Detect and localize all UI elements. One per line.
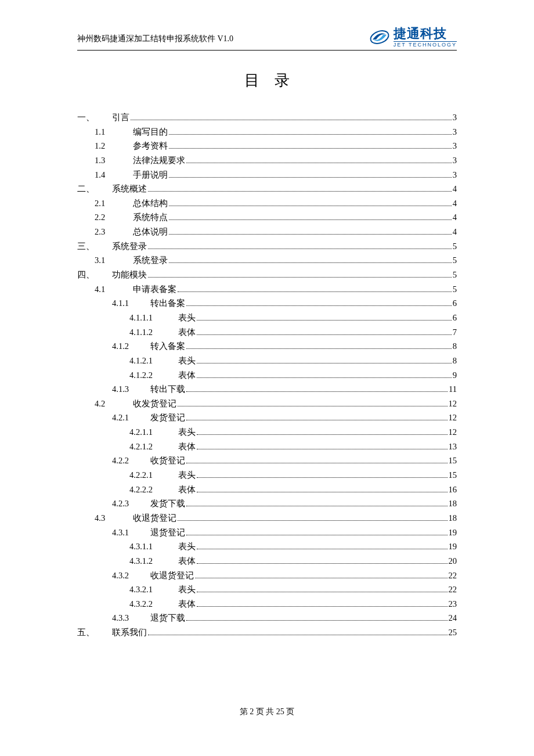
toc-entry[interactable]: 4.3.2收退货登记22 (77, 568, 457, 583)
toc-entry-label: 系统登录 (133, 253, 168, 268)
toc-entry-label: 功能模块 (112, 268, 147, 282)
toc-entry[interactable]: 4.1.2.1表头8 (77, 354, 457, 368)
page-header: 神州数码捷通深加工结转申报系统软件 V1.0 捷通科技 JET TECHNOLO… (77, 0, 457, 48)
toc-entry[interactable]: 2.1总体结构4 (77, 196, 457, 211)
toc-entry[interactable]: 四、功能模块5 (77, 268, 457, 282)
toc-entry-label: 收退货登记 (150, 568, 194, 583)
toc-entry[interactable]: 4.2.1.2表体13 (77, 440, 457, 454)
toc-entry[interactable]: 4.2.1.1表头12 (77, 425, 457, 440)
toc-entry-page: 22 (449, 582, 457, 597)
toc-entry[interactable]: 3.1系统登录5 (77, 253, 457, 268)
logo-text: 捷通科技 JET TECHNOLOGY (394, 27, 457, 48)
toc-entry-page: 15 (449, 453, 457, 468)
toc-entry-page: 3 (453, 168, 457, 182)
toc-entry[interactable]: 4.3.2.2表体23 (77, 597, 457, 611)
toc-entry-page: 5 (453, 268, 457, 282)
toc-leader-dots (186, 163, 452, 163)
toc-entry-label: 表头 (178, 539, 196, 554)
toc-entry-page: 12 (449, 425, 457, 440)
toc-entry[interactable]: 1.1编写目的3 (77, 125, 457, 139)
toc-entry[interactable]: 五、联系我们25 (77, 625, 457, 640)
toc-entry[interactable]: 4.2.1发货登记12 (77, 411, 457, 425)
toc-entry-page: 3 (453, 125, 457, 139)
toc-entry[interactable]: 4.3.2.1表头22 (77, 582, 457, 597)
toc-entry-label: 退货下载 (150, 611, 185, 625)
page-footer: 第 2 页 共 25 页 (0, 707, 534, 717)
toc-entry-number: 2.1 (95, 196, 133, 211)
toc-leader-dots (178, 520, 448, 521)
toc-entry-page: 20 (449, 554, 457, 568)
toc-entry[interactable]: 三、系统登录5 (77, 239, 457, 254)
toc-leader-dots (186, 506, 448, 506)
toc-entry-label: 表体 (178, 597, 196, 611)
toc-entry-label: 收退货登记 (133, 511, 176, 525)
toc-leader-dots (178, 406, 448, 406)
toc-entry-page: 23 (449, 597, 457, 611)
toc-entry-number: 一、 (77, 110, 112, 125)
toc-leader-dots (186, 391, 448, 392)
company-logo: 捷通科技 JET TECHNOLOGY (369, 27, 457, 48)
toc-leader-dots (169, 219, 452, 220)
toc-entry-label: 表体 (178, 368, 196, 383)
toc-entry-label: 表头 (178, 468, 196, 483)
toc-entry-page: 24 (449, 611, 457, 625)
toc-entry[interactable]: 4.2收发货登记12 (77, 397, 457, 411)
toc-entry-label: 转入备案 (150, 339, 185, 354)
toc-entry[interactable]: 4.3.1.2表体20 (77, 554, 457, 568)
toc-entry-label: 引言 (112, 110, 129, 125)
toc-entry-page: 12 (449, 411, 457, 425)
toc-leader-dots (169, 234, 452, 235)
toc-entry[interactable]: 4.3.1.1表头19 (77, 539, 457, 554)
toc-entry[interactable]: 4.1.2转入备案8 (77, 339, 457, 354)
toc-entry[interactable]: 1.4手册说明3 (77, 168, 457, 182)
toc-leader-dots (148, 635, 448, 635)
toc-leader-dots (197, 363, 452, 363)
toc-entry[interactable]: 二、系统概述4 (77, 182, 457, 196)
toc-entry-page: 5 (453, 239, 457, 254)
toc-entry-page: 8 (453, 354, 457, 368)
toc-entry[interactable]: 4.2.2.2表体16 (77, 483, 457, 497)
toc-entry[interactable]: 1.2参考资料3 (77, 139, 457, 153)
toc-entry-number: 4.3 (95, 511, 133, 525)
toc-entry-label: 发货下载 (150, 496, 185, 511)
toc-entry[interactable]: 2.2系统特点4 (77, 210, 457, 225)
toc-entry[interactable]: 2.3总体说明4 (77, 225, 457, 239)
toc-leader-dots (169, 148, 452, 149)
toc-entry-label: 表体 (178, 440, 196, 454)
toc-entry-label: 手册说明 (133, 168, 168, 182)
toc-entry-label: 表头 (178, 354, 196, 368)
toc-entry-number: 4.2 (95, 397, 133, 411)
toc-entry-page: 19 (449, 525, 457, 540)
toc-entry-number: 4.1.1.1 (129, 311, 178, 325)
logo-swirl-icon (369, 27, 390, 48)
toc-entry-number: 1.1 (95, 125, 133, 139)
toc-entry[interactable]: 4.1申请表备案5 (77, 282, 457, 297)
toc-entry[interactable]: 4.3收退货登记18 (77, 511, 457, 525)
toc-entry[interactable]: 4.3.3退货下载24 (77, 611, 457, 625)
toc-leader-dots (197, 563, 448, 564)
page-content: 神州数码捷通深加工结转申报系统软件 V1.0 捷通科技 JET TECHNOLO… (77, 0, 457, 640)
toc-entry-number: 4.3.2.2 (129, 597, 178, 611)
toc-entry-label: 总体说明 (133, 225, 168, 239)
toc-entry-page: 4 (453, 210, 457, 225)
toc-entry[interactable]: 1.3法律法规要求3 (77, 153, 457, 168)
toc-entry[interactable]: 4.2.2收货登记15 (77, 453, 457, 468)
toc-entry[interactable]: 4.1.1转出备案6 (77, 296, 457, 311)
toc-entry[interactable]: 4.1.3转出下载11 (77, 382, 457, 397)
toc-entry[interactable]: 4.3.1退货登记19 (77, 525, 457, 540)
toc-entry[interactable]: 4.1.2.2表体9 (77, 368, 457, 383)
toc-entry-label: 表体 (178, 483, 196, 497)
toc-leader-dots (169, 134, 452, 135)
toc-entry-page: 3 (453, 110, 457, 125)
toc-leader-dots (169, 177, 452, 178)
toc-entry[interactable]: 4.1.1.1表头6 (77, 311, 457, 325)
toc-entry[interactable]: 一、引言3 (77, 110, 457, 125)
toc-entry-page: 22 (449, 568, 457, 583)
toc-entry[interactable]: 4.2.3发货下载18 (77, 496, 457, 511)
toc-leader-dots (169, 262, 452, 263)
toc-leader-dots (148, 277, 452, 278)
toc-entry[interactable]: 4.1.1.2表体7 (77, 325, 457, 340)
toc-entry[interactable]: 4.2.2.1表头15 (77, 468, 457, 483)
toc-entry-number: 4.3.2 (112, 568, 150, 583)
toc-entry-page: 3 (453, 139, 457, 153)
